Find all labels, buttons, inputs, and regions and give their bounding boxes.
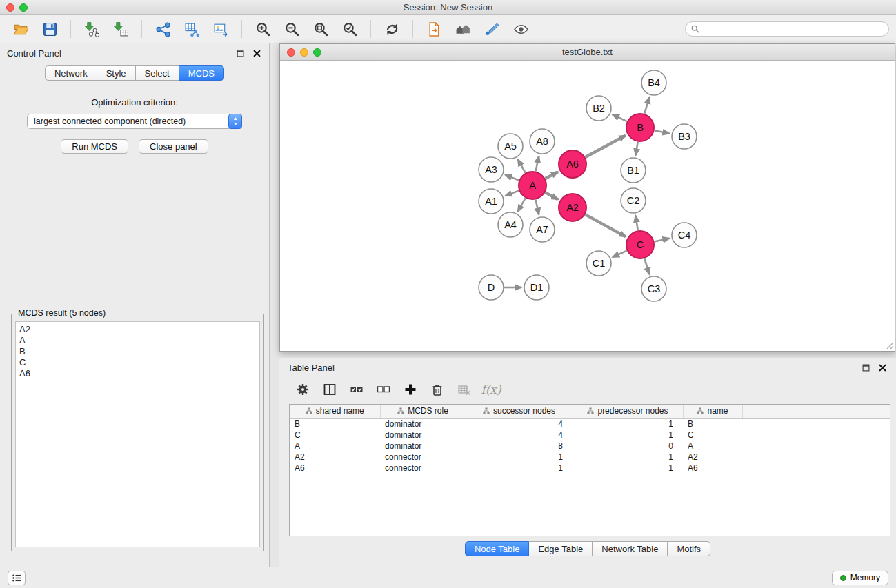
table-cell[interactable]: C	[290, 429, 380, 440]
node-D[interactable]: D	[479, 275, 504, 300]
edge-B-B2[interactable]	[613, 114, 627, 121]
node-A3[interactable]: A3	[479, 157, 504, 182]
edge-B-B1[interactable]	[636, 142, 638, 156]
node-C4[interactable]: C4	[672, 223, 697, 247]
table-cell[interactable]: dominator	[380, 418, 466, 429]
optimization-criterion-dropdown[interactable]: largest connected component (directed)	[27, 114, 242, 129]
edge-A-A8[interactable]	[536, 156, 539, 172]
table-cell[interactable]: 1	[466, 452, 573, 463]
mcds-result-item[interactable]: A6	[19, 368, 256, 379]
mcds-result-item[interactable]: B	[19, 346, 256, 357]
edge-A-A1[interactable]	[506, 191, 519, 196]
show-graphics-details-button[interactable]	[507, 18, 535, 40]
edge-A-A2[interactable]	[545, 192, 558, 199]
node-A1[interactable]: A1	[479, 189, 504, 214]
close-panel-button[interactable]	[251, 48, 262, 59]
table-cell[interactable]: dominator	[380, 429, 466, 440]
node-A6[interactable]: A6	[559, 150, 586, 178]
table-cell[interactable]: A2	[683, 452, 742, 463]
save-session-button[interactable]	[36, 18, 63, 40]
node-B3[interactable]: B3	[672, 124, 697, 149]
node-A5[interactable]: A5	[498, 134, 523, 159]
delete-columns-button[interactable]	[452, 379, 477, 400]
style-wizard-button[interactable]	[478, 18, 506, 40]
tab-network[interactable]: Network	[45, 65, 97, 81]
node-B2[interactable]: B2	[586, 96, 611, 121]
import-network-from-file-button[interactable]	[78, 18, 106, 40]
column-header-predecessor-nodes[interactable]: predecessor nodes	[573, 405, 683, 418]
node-C3[interactable]: C3	[641, 276, 666, 301]
table-row[interactable]: Bdominator41B	[290, 418, 890, 429]
tab-edge-table[interactable]: Edge Table	[529, 541, 593, 556]
zoom-in-button[interactable]	[249, 18, 277, 40]
edge-A-A3[interactable]	[506, 175, 519, 181]
show-panels-menu-button[interactable]	[8, 571, 26, 585]
table-row[interactable]: A6connector11A6	[290, 463, 890, 474]
search-box[interactable]	[685, 21, 889, 37]
float-table-panel-button[interactable]	[860, 362, 871, 373]
node-A4[interactable]: A4	[498, 212, 523, 237]
close-window-icon[interactable]	[6, 3, 14, 12]
float-panel-button[interactable]	[235, 48, 246, 59]
table-cell[interactable]: B	[683, 418, 742, 429]
create-column-button[interactable]	[398, 379, 423, 400]
node-C[interactable]: C	[626, 231, 654, 258]
node-C1[interactable]: C1	[586, 251, 611, 276]
table-cell[interactable]: A2	[290, 452, 380, 463]
table-cell[interactable]: 4	[466, 418, 573, 429]
table-cell[interactable]: C	[683, 429, 742, 440]
export-image-button[interactable]	[207, 18, 235, 40]
select-all-rows-button[interactable]	[344, 379, 369, 400]
table-cell[interactable]: connector	[380, 463, 466, 474]
table-cell[interactable]: 8	[466, 440, 573, 452]
open-session-file-button[interactable]	[420, 18, 448, 40]
zoom-network-icon[interactable]	[313, 48, 321, 57]
refresh-layout-button[interactable]	[378, 18, 406, 40]
node-C2[interactable]: C2	[621, 188, 646, 213]
node-A2[interactable]: A2	[559, 194, 586, 221]
deselect-all-rows-button[interactable]	[371, 379, 396, 400]
table-cell[interactable]: A	[290, 440, 380, 452]
table-cell[interactable]: 0	[573, 440, 683, 452]
show-columns-button[interactable]	[317, 379, 342, 400]
mcds-result-item[interactable]: C	[19, 357, 256, 368]
mcds-result-item[interactable]: A	[19, 335, 256, 346]
node-A7[interactable]: A7	[530, 217, 555, 242]
column-header-shared-name[interactable]: shared name	[290, 405, 380, 418]
node-D1[interactable]: D1	[524, 275, 549, 300]
tab-node-table[interactable]: Node Table	[465, 541, 530, 556]
minimize-network-icon[interactable]	[300, 48, 308, 57]
function-builder-button[interactable]: f(x)	[479, 379, 504, 400]
close-table-panel-button[interactable]	[877, 362, 888, 373]
search-input[interactable]	[703, 24, 883, 34]
table-cell[interactable]: 1	[573, 452, 683, 463]
edge-C-C1[interactable]	[613, 251, 627, 257]
tab-select[interactable]: Select	[136, 65, 179, 81]
edge-A6-B[interactable]	[586, 135, 626, 157]
tab-mcds[interactable]: MCDS	[179, 65, 224, 81]
table-row[interactable]: Adominator80A	[290, 440, 890, 452]
node-A8[interactable]: A8	[530, 129, 555, 154]
delete-rows-button[interactable]	[425, 379, 450, 400]
edge-C-C4[interactable]	[655, 239, 670, 242]
zoom-selected-button[interactable]	[336, 18, 364, 40]
table-cell[interactable]: 1	[466, 463, 573, 474]
close-panel-action-button[interactable]: Close panel	[139, 139, 208, 154]
home-button[interactable]	[449, 18, 477, 40]
table-row[interactable]: A2connector11A2	[290, 452, 890, 463]
node-B1[interactable]: B1	[621, 158, 646, 183]
mcds-result-item[interactable]: A2	[19, 324, 256, 335]
network-canvas[interactable]: B4B2BB3B1A5A8A6A3AA1A2A4A7C2C1CC4C3DD1	[280, 61, 895, 350]
edge-A-A7[interactable]	[536, 200, 539, 215]
open-session-button[interactable]	[7, 18, 34, 40]
edge-B-B4[interactable]	[644, 97, 649, 114]
run-mcds-button[interactable]: Run MCDS	[61, 139, 128, 154]
edge-B-B3[interactable]	[655, 130, 670, 133]
table-mode-button[interactable]	[290, 379, 315, 400]
column-header-successor-nodes[interactable]: successor nodes	[466, 405, 573, 418]
table-cell[interactable]: 1	[573, 418, 683, 429]
column-header-name[interactable]: name	[683, 405, 742, 418]
table-cell[interactable]: 4	[466, 429, 573, 440]
memory-button[interactable]: Memory	[832, 571, 888, 585]
tab-motifs[interactable]: Motifs	[668, 541, 710, 556]
